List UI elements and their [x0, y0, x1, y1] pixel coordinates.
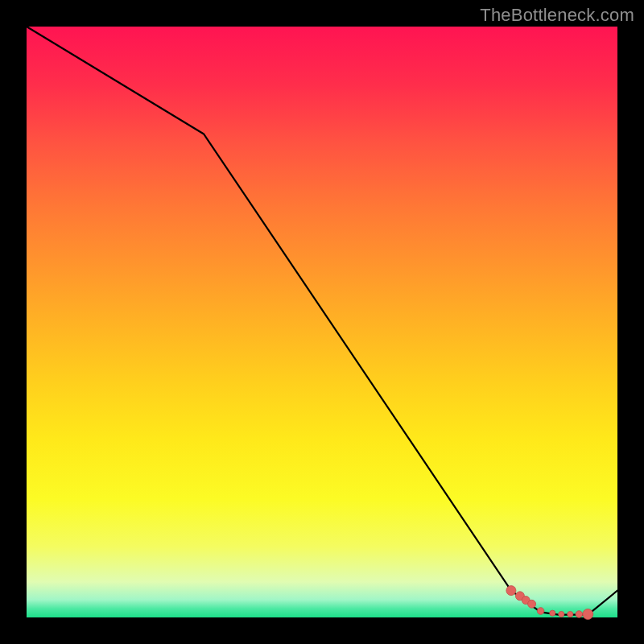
- chart-marker: [559, 611, 564, 617]
- chart-line: [27, 27, 617, 615]
- chart-marker: [568, 611, 573, 617]
- chart-marker: [528, 600, 536, 608]
- chart-marker: [537, 608, 544, 615]
- chart-markers: [506, 586, 593, 620]
- chart-marker: [550, 610, 555, 616]
- chart-marker: [583, 609, 593, 620]
- watermark: TheBottleneck.com: [480, 5, 634, 26]
- chart-marker: [576, 611, 583, 618]
- chart-overlay: [27, 27, 617, 617]
- chart-stage: TheBottleneck.com: [0, 0, 644, 644]
- chart-marker: [506, 586, 516, 596]
